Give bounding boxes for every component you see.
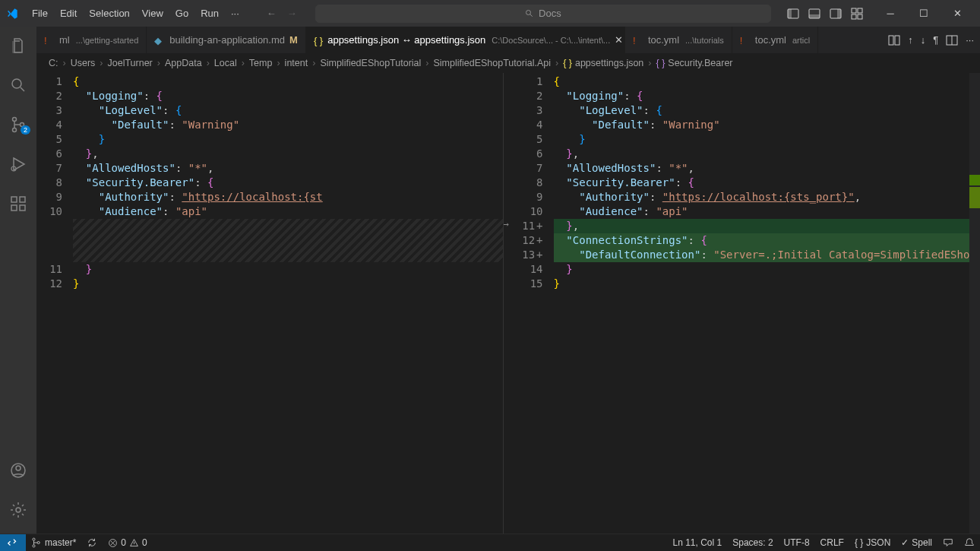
tab[interactable]: ◆building-an-application.md M [147, 27, 306, 53]
breadcrumb-item[interactable]: Users [71, 58, 96, 68]
diff-right-pane[interactable]: → 123456789101112131415 { "Logging": { "… [504, 73, 970, 534]
breadcrumb-item[interactable]: JoelTurner [108, 58, 153, 68]
lang-text: JSON [866, 537, 890, 548]
maximize-button[interactable]: ☐ [907, 0, 940, 27]
compare-icon[interactable] [888, 34, 900, 46]
feedback-icon[interactable] [937, 534, 959, 551]
breadcrumb-item[interactable]: Temp [249, 58, 273, 68]
menu-···[interactable]: ··· [225, 3, 245, 24]
diff-left-pane[interactable]: 123456789101112 { "Logging": { "LogLevel… [36, 73, 503, 534]
tab-label: toc.yml [755, 34, 786, 46]
breadcrumb-item[interactable]: C: [49, 58, 58, 68]
tab[interactable]: !toc.ymlarticl [732, 27, 818, 53]
menu-edit[interactable]: Edit [54, 3, 83, 24]
breadcrumb-item[interactable]: SimplifiedEShopTutorial [320, 58, 421, 68]
breadcrumb-item[interactable]: intent [285, 58, 308, 68]
problems[interactable]: 0 0 [103, 534, 152, 551]
breadcrumb-item[interactable]: { } appsettings.json [563, 58, 643, 68]
breadcrumb-item[interactable]: SimplifiedEShopTutorial.Api [433, 58, 550, 68]
chevron-right-icon: › [154, 58, 163, 68]
nav-back-icon[interactable]: ← [267, 8, 277, 19]
indentation[interactable]: Spaces: 2 [727, 534, 778, 551]
notifications-bell-icon[interactable] [959, 534, 980, 551]
chevron-right-icon: › [60, 58, 69, 68]
layout-controls [787, 8, 863, 20]
customize-layout-icon[interactable] [851, 8, 863, 20]
tab[interactable]: !toc.yml...\tutorials [625, 27, 732, 53]
diff-arrow-icon[interactable]: → [504, 219, 509, 230]
tab-description: ...\tutorials [685, 36, 724, 45]
eol[interactable]: CRLF [815, 534, 849, 551]
chevron-right-icon: › [96, 58, 106, 68]
tab-actions: ↑ ↓ ¶ ··· [882, 27, 980, 53]
branch-name: master* [45, 537, 76, 548]
sync-button[interactable] [81, 534, 103, 551]
split-editor-icon[interactable] [946, 34, 958, 46]
explorer-icon[interactable] [0, 33, 36, 59]
svg-rect-9 [858, 8, 862, 13]
tab[interactable]: { }appsettings.json ↔ appsettings.jsonC:… [306, 27, 625, 53]
command-center-search[interactable]: Docs [315, 5, 771, 23]
accounts-icon[interactable] [0, 458, 36, 483]
vscode-logo-icon [6, 8, 18, 20]
main-menu: FileEditSelectionViewGoRun··· [26, 3, 245, 24]
toggle-secondary-icon[interactable] [830, 8, 842, 20]
encoding[interactable]: UTF-8 [779, 534, 815, 551]
git-branch[interactable]: master* [26, 534, 81, 551]
overview-ruler[interactable] [969, 73, 980, 534]
svg-rect-5 [809, 14, 820, 18]
menu-run[interactable]: Run [194, 3, 225, 24]
svg-point-15 [13, 128, 17, 132]
nav-forward-icon[interactable]: → [287, 8, 297, 19]
spell-check[interactable]: ✓ Spell [896, 534, 937, 551]
minimize-button[interactable]: ─ [874, 0, 907, 27]
menu-go[interactable]: Go [169, 3, 194, 24]
spell-text: Spell [912, 537, 932, 548]
toggle-panel-icon[interactable] [808, 8, 820, 20]
breadcrumbs[interactable]: C:›Users›JoelTurner›AppData›Local›Temp›i… [36, 53, 980, 73]
close-tab-icon[interactable]: ✕ [615, 34, 623, 46]
right-decor: → [504, 73, 517, 534]
svg-line-1 [530, 14, 533, 16]
chevron-right-icon: › [204, 58, 213, 68]
svg-rect-25 [889, 36, 893, 45]
search-icon[interactable] [0, 72, 36, 98]
prev-change-icon[interactable]: ↑ [908, 34, 913, 46]
menu-view[interactable]: View [136, 3, 169, 24]
svg-rect-7 [837, 9, 841, 18]
tab-label: building-an-application.md [169, 34, 285, 46]
breadcrumb-item[interactable]: AppData [165, 58, 202, 68]
more-actions-icon[interactable]: ··· [966, 34, 974, 46]
cursor-position[interactable]: Ln 11, Col 1 [668, 534, 728, 551]
tab-description: articl [792, 36, 810, 45]
extensions-icon[interactable] [0, 191, 36, 217]
language-mode[interactable]: { } JSON [849, 534, 896, 551]
tab[interactable]: !ml...\getting-started [36, 27, 147, 53]
error-count: 0 [121, 537, 126, 548]
menu-selection[interactable]: Selection [83, 3, 135, 24]
chevron-right-icon: › [645, 58, 654, 68]
whitespace-icon[interactable]: ¶ [933, 34, 938, 46]
file-icon: { } [314, 35, 323, 46]
settings-gear-icon[interactable] [0, 497, 36, 523]
next-change-icon[interactable]: ↓ [921, 34, 926, 46]
right-code[interactable]: { "Logging": { "LogLevel": { "Default": … [554, 73, 970, 534]
activity-bar: 2 [0, 27, 36, 534]
source-control-icon[interactable]: 2 [0, 112, 36, 138]
menu-file[interactable]: File [26, 3, 54, 24]
tab-label: ml [59, 34, 70, 46]
left-code[interactable]: { "Logging": { "LogLevel": { "Default": … [73, 73, 503, 534]
run-debug-icon[interactable] [0, 151, 36, 177]
tab-description: C:\DocSource\... - C:\...\intent\... [492, 36, 610, 45]
toggle-sidebar-icon[interactable] [787, 8, 799, 20]
svg-rect-19 [11, 205, 17, 211]
close-button[interactable]: ✕ [940, 0, 974, 27]
braces-icon: { } [855, 537, 863, 548]
breadcrumb-item[interactable]: Local [214, 58, 237, 68]
remote-indicator[interactable] [0, 534, 26, 551]
spaces-text: Spaces: 2 [732, 537, 773, 548]
overview-mark [969, 175, 980, 185]
breadcrumb-item[interactable]: { } Security.Bearer [656, 58, 732, 68]
chevron-right-icon: › [273, 58, 283, 68]
modified-indicator: M [289, 34, 298, 46]
